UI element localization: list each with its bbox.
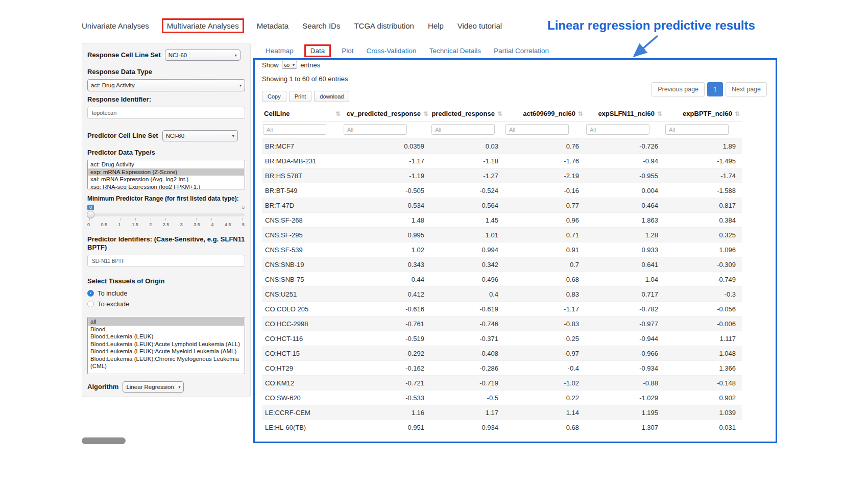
table-row: LE:CCRF-CEM1.161.171.141.1951.039: [262, 405, 742, 420]
sort-icon[interactable]: ⇅: [578, 110, 583, 117]
filter-input-cellline[interactable]: [263, 124, 326, 135]
column-label: predicted_response: [431, 110, 495, 117]
filter-input-expbptf-nci60[interactable]: [665, 124, 729, 135]
nav-item-video-tutorial[interactable]: Video tutorial: [457, 21, 502, 30]
filter-input-cv-predicted-response[interactable]: [344, 124, 407, 135]
tissue-option-blood-leukemia-leuk-acute-lymphoid-leukemi[interactable]: Blood:Leukemia (LEUK):Acute Lymphoid Leu…: [88, 340, 244, 348]
slider-tick-mark: [165, 218, 166, 221]
chevron-down-icon: ▾: [178, 385, 180, 389]
predictor-type-option-xsq[interactable]: xsq: RNA-seq Expression (log2 FPKM+1.): [88, 183, 244, 190]
predictor-data-types-listbox[interactable]: act: Drug Activityexp: mRNA Expression (…: [87, 160, 245, 189]
cell-value: 1.16: [343, 405, 430, 420]
slider-tick-mark: [135, 218, 136, 221]
response-identifier-input[interactable]: [87, 107, 245, 119]
slider-handle[interactable]: [87, 211, 94, 218]
tissue-origin-listbox[interactable]: allBloodBlood:Leukemia (LEUK)Blood:Leuke…: [87, 317, 245, 374]
cell-value: 0.031: [664, 420, 742, 435]
cell-value: 1.096: [664, 242, 742, 257]
nav-item-univariate-analyses[interactable]: Univariate Analyses: [82, 21, 149, 30]
predictor-cell-line-set-select[interactable]: NCI-60 ▾: [162, 130, 238, 141]
chevron-down-icon: ▾: [232, 134, 234, 138]
tab-data[interactable]: Data: [304, 44, 331, 57]
slider-tick-label: 4: [211, 222, 213, 227]
column-header-expslfn11-nci60[interactable]: expSLFN11_nci60⇅: [585, 106, 664, 121]
column-header-expbptf-nci60[interactable]: expBPTF_nci60⇅: [664, 106, 742, 121]
cell-value: 0.995: [343, 228, 430, 242]
download-button[interactable]: download: [314, 91, 349, 102]
cell-value: 1.28: [585, 228, 664, 242]
tissue-option-blood-leukemia-leuk[interactable]: Blood:Leukemia (LEUK): [88, 333, 244, 340]
print-button[interactable]: Print: [289, 91, 312, 102]
tissue-exclude-radio[interactable]: To exclude: [87, 300, 245, 308]
slider-tick-label: 1.5: [132, 222, 138, 227]
tissue-include-radio[interactable]: To include: [87, 289, 245, 297]
table-row: CO:HT29-0.162-0.286-0.4-0.9341.366: [262, 361, 742, 376]
slider-tick-mark: [196, 218, 197, 221]
filter-input-act609699-nci60[interactable]: [505, 124, 569, 135]
nav-item-search-ids[interactable]: Search IDs: [302, 21, 340, 30]
response-cell-line-set-value: NCI-60: [168, 52, 187, 58]
copy-button[interactable]: Copy: [262, 91, 286, 102]
tissue-option-blood-leukemia-leuk-acute-myeloid-leukemia[interactable]: Blood:Leukemia (LEUK):Acute Myeloid Leuk…: [88, 348, 244, 355]
sort-icon[interactable]: ⇅: [735, 110, 740, 117]
response-cell-line-set-select[interactable]: NCI-60 ▾: [165, 50, 240, 61]
column-header-cv-predicted-response[interactable]: cv_predicted_response⇅: [343, 106, 430, 121]
cell-value: 0.22: [504, 391, 585, 405]
nav-item-multivariate-analyses[interactable]: Multivariate Analyses: [162, 18, 244, 33]
predictor-type-option-act[interactable]: act: Drug Activity: [88, 161, 244, 168]
tab-plot[interactable]: Plot: [342, 47, 353, 55]
predictor-identifiers-input[interactable]: [87, 255, 245, 267]
filter-input-predicted-response[interactable]: [431, 124, 495, 135]
tissue-option-blood[interactable]: Blood: [88, 326, 244, 333]
slider-track[interactable]: [87, 213, 245, 216]
cell-value: -0.955: [585, 168, 664, 183]
cell-value: -0.619: [430, 302, 504, 316]
cell-value: -1.74: [664, 168, 742, 183]
cell-value: -0.16: [504, 183, 585, 198]
cell-value: 0.534: [343, 198, 430, 213]
response-data-type-select[interactable]: act: Drug Activity ▾: [87, 79, 245, 91]
sort-icon[interactable]: ⇅: [423, 110, 428, 117]
sort-icon[interactable]: ⇅: [657, 110, 662, 117]
predictor-type-option-xai[interactable]: xai: mRNA Expression (Avg. log2 Int.): [88, 176, 244, 183]
tab-cross-validation[interactable]: Cross-Validation: [367, 47, 417, 55]
previous-page-button[interactable]: Previous page: [652, 82, 705, 96]
min-predictor-range-slider[interactable]: 0 5 00.511.522.533.544.55: [87, 205, 245, 231]
nav-item-tcga-distribution[interactable]: TCGA distribution: [354, 21, 414, 30]
tab-heatmap[interactable]: Heatmap: [266, 47, 294, 55]
slider-tick-label: 4.5: [225, 222, 231, 227]
annotation-arrow-icon: [626, 34, 663, 61]
entries-count-select[interactable]: 60 ▾: [282, 61, 298, 69]
column-header-cellline[interactable]: CellLine⇅: [262, 106, 343, 121]
cell-value: 0.343: [343, 257, 430, 272]
nav-item-metadata[interactable]: Metadata: [257, 21, 289, 30]
cell-value: 0.4: [430, 287, 504, 302]
response-cell-line-set-row: Response Cell Line Set NCI-60 ▾: [87, 50, 245, 61]
predictor-identifiers-label: Predictor Identifiers: (Case-Sensitive, …: [87, 235, 245, 252]
tissue-option-blood-leukemia-leuk-chronic-myelogenous-le[interactable]: Blood:Leukemia (LEUK):Chronic Myelogenou…: [88, 355, 244, 370]
table-filter-row: [262, 121, 742, 139]
sort-icon[interactable]: ⇅: [497, 110, 502, 117]
tissue-option-all[interactable]: all: [88, 318, 244, 326]
cell-value: -0.371: [430, 331, 504, 346]
algorithm-select[interactable]: Linear Regression ▾: [123, 381, 184, 393]
tab-partial-correlation[interactable]: Partial Correlation: [494, 47, 549, 55]
algorithm-row: Algorithm Linear Regression ▾: [87, 381, 245, 393]
predictor-type-option-exp[interactable]: exp: mRNA Expression (Z-Score): [88, 168, 244, 176]
cell-value: 0.412: [343, 287, 430, 302]
cell-value: 0.83: [504, 287, 585, 302]
nav-item-help[interactable]: Help: [428, 21, 444, 30]
column-header-act609699-nci60[interactable]: act609699_nci60⇅: [504, 106, 585, 121]
tab-technical-details[interactable]: Technical Details: [429, 47, 481, 55]
cell-value: -0.719: [430, 376, 504, 391]
cell-value: -0.934: [585, 361, 664, 376]
cell-value: 0.96: [504, 213, 585, 228]
cell-value: -0.408: [430, 346, 504, 361]
filter-input-expslfn11-nci60[interactable]: [586, 124, 649, 135]
column-header-predicted-response[interactable]: predicted_response⇅: [430, 106, 504, 121]
table-row: BR:MCF70.03590.030.76-0.7261.89: [262, 139, 742, 154]
slider-tick-label: 2: [149, 222, 152, 227]
next-page-button[interactable]: Next page: [726, 82, 767, 96]
sort-icon[interactable]: ⇅: [335, 110, 341, 117]
current-page-button[interactable]: 1: [707, 82, 723, 96]
